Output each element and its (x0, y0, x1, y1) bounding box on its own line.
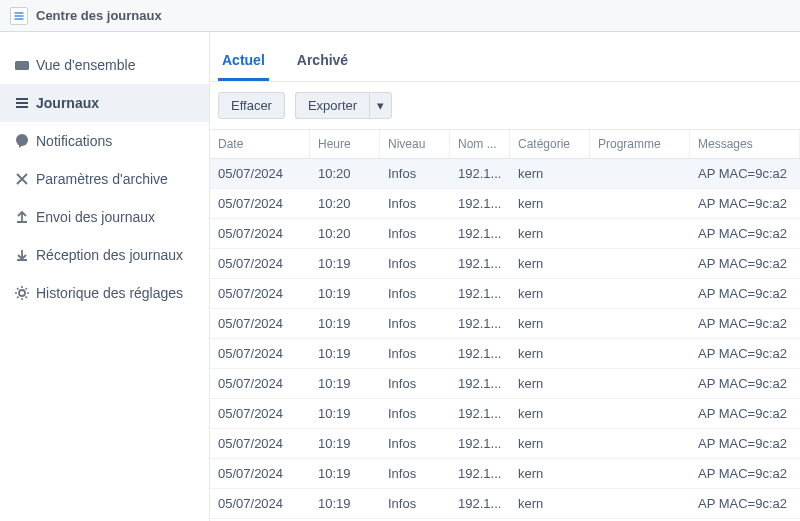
cell: 05/07/2024 (210, 159, 310, 188)
cell (590, 309, 690, 338)
cell: 10:19 (310, 309, 380, 338)
table-row[interactable]: 05/07/202410:19Infos192.1...kernAP MAC=9… (210, 429, 800, 459)
sidebar-item-send-logs[interactable]: Envoi des journaux (0, 198, 209, 236)
cell: 05/07/2024 (210, 279, 310, 308)
table-row[interactable]: 05/07/202410:19Infos192.1...kernAP MAC=9… (210, 399, 800, 429)
table-row[interactable]: 05/07/202410:19Infos192.1...kernAP MAC=9… (210, 309, 800, 339)
log-grid: Date Heure Niveau Nom ... Catégorie Prog… (210, 129, 800, 521)
table-row[interactable]: 05/07/202410:19Infos192.1...kernAP MAC=9… (210, 339, 800, 369)
cell: kern (510, 249, 590, 278)
export-button[interactable]: Exporter (295, 92, 369, 119)
app-title: Centre des journaux (36, 8, 162, 23)
cell: 05/07/2024 (210, 189, 310, 218)
sidebar-item-label: Journaux (36, 95, 99, 111)
cell: Infos (380, 189, 450, 218)
table-row[interactable]: 05/07/202410:19Infos192.1...kernAP MAC=9… (210, 249, 800, 279)
cell: AP MAC=9c:a2 (690, 159, 800, 188)
table-row[interactable]: 05/07/202410:19Infos192.1...kernAP MAC=9… (210, 279, 800, 309)
col-time[interactable]: Heure (310, 130, 380, 158)
cell: kern (510, 369, 590, 398)
cell: kern (510, 309, 590, 338)
cell (590, 189, 690, 218)
sidebar-item-receive-logs[interactable]: Réception des journaux (0, 236, 209, 274)
cell (590, 159, 690, 188)
table-row[interactable]: 05/07/202410:19Infos192.1...kernAP MAC=9… (210, 489, 800, 519)
titlebar: Centre des journaux (0, 0, 800, 32)
cell: Infos (380, 429, 450, 458)
cell: AP MAC=9c:a2 (690, 489, 800, 518)
svg-rect-1 (15, 15, 24, 17)
sidebar-item-overview[interactable]: Vue d'ensemble (0, 46, 209, 84)
col-date[interactable]: Date (210, 130, 310, 158)
table-row[interactable]: 05/07/202410:20Infos192.1...kernAP MAC=9… (210, 159, 800, 189)
cell: 192.1... (450, 489, 510, 518)
cell: 05/07/2024 (210, 399, 310, 428)
cell: Infos (380, 249, 450, 278)
sidebar-item-logs[interactable]: Journaux (0, 84, 209, 122)
cell: 192.1... (450, 159, 510, 188)
col-category[interactable]: Catégorie (510, 130, 590, 158)
cell: Infos (380, 309, 450, 338)
svg-rect-3 (15, 61, 29, 70)
cell: AP MAC=9c:a2 (690, 189, 800, 218)
cell: 10:20 (310, 159, 380, 188)
table-row[interactable]: 05/07/202410:20Infos192.1...kernAP MAC=9… (210, 189, 800, 219)
tools-icon (14, 171, 36, 187)
col-level[interactable]: Niveau (380, 130, 450, 158)
grid-body[interactable]: 05/07/202410:20Infos192.1...kernAP MAC=9… (210, 159, 800, 521)
cell: 10:19 (310, 369, 380, 398)
col-host[interactable]: Nom ... (450, 130, 510, 158)
app-icon (10, 7, 28, 25)
sidebar-item-settings-history[interactable]: Historique des réglages (0, 274, 209, 312)
sidebar-item-archive-settings[interactable]: Paramètres d'archive (0, 160, 209, 198)
cell: Infos (380, 369, 450, 398)
cell: kern (510, 279, 590, 308)
col-message[interactable]: Messages (690, 130, 800, 158)
clear-button[interactable]: Effacer (218, 92, 285, 119)
cell: Infos (380, 459, 450, 488)
overview-icon (14, 57, 36, 73)
cell: 10:19 (310, 249, 380, 278)
upload-icon (14, 209, 36, 225)
sidebar-item-notifications[interactable]: Notifications (0, 122, 209, 160)
cell: 05/07/2024 (210, 429, 310, 458)
cell (590, 219, 690, 248)
cell: kern (510, 429, 590, 458)
cell: 10:19 (310, 339, 380, 368)
cell: 05/07/2024 (210, 459, 310, 488)
cell: AP MAC=9c:a2 (690, 429, 800, 458)
cell: 05/07/2024 (210, 369, 310, 398)
sidebar-item-label: Paramètres d'archive (36, 171, 168, 187)
cell (590, 279, 690, 308)
cell: 192.1... (450, 459, 510, 488)
tab-current[interactable]: Actuel (218, 44, 269, 81)
cell: kern (510, 219, 590, 248)
table-row[interactable]: 05/07/202410:20Infos192.1...kernAP MAC=9… (210, 219, 800, 249)
cell: Infos (380, 399, 450, 428)
cell: AP MAC=9c:a2 (690, 339, 800, 368)
cell: 192.1... (450, 279, 510, 308)
sidebar-item-label: Envoi des journaux (36, 209, 155, 225)
cell: AP MAC=9c:a2 (690, 399, 800, 428)
cell: AP MAC=9c:a2 (690, 279, 800, 308)
svg-rect-5 (16, 102, 28, 104)
gear-icon (14, 285, 36, 301)
cell: 192.1... (450, 369, 510, 398)
cell: 192.1... (450, 429, 510, 458)
cell (590, 489, 690, 518)
cell: 10:19 (310, 399, 380, 428)
cell: 10:19 (310, 429, 380, 458)
tab-archived[interactable]: Archivé (293, 44, 352, 81)
cell (590, 249, 690, 278)
cell: 10:20 (310, 219, 380, 248)
export-dropdown-button[interactable]: ▾ (369, 92, 392, 119)
cell: kern (510, 489, 590, 518)
table-row[interactable]: 05/07/202410:19Infos192.1...kernAP MAC=9… (210, 459, 800, 489)
table-row[interactable]: 05/07/202410:19Infos192.1...kernAP MAC=9… (210, 369, 800, 399)
cell: Infos (380, 339, 450, 368)
logs-icon (14, 95, 36, 111)
cell: 192.1... (450, 399, 510, 428)
cell: AP MAC=9c:a2 (690, 459, 800, 488)
cell (590, 459, 690, 488)
col-program[interactable]: Programme (590, 130, 690, 158)
